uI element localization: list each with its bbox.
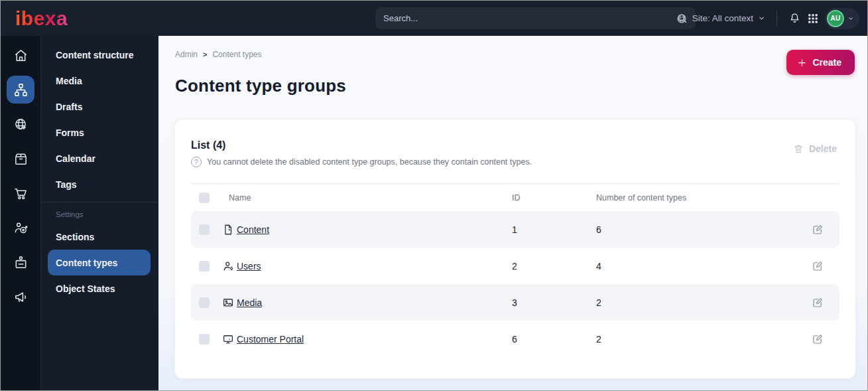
plus-icon (797, 58, 807, 68)
edit-button[interactable] (812, 224, 830, 236)
breadcrumb: Admin > Content types (175, 50, 262, 59)
create-button[interactable]: Create (786, 50, 855, 75)
customers-segment-icon[interactable] (7, 214, 34, 242)
breadcrumb-separator: > (203, 50, 207, 58)
edit-icon (812, 333, 824, 345)
delete-button-label: Delete (809, 143, 837, 154)
sidebar-item-sections[interactable]: Sections (41, 224, 158, 250)
image-icon (222, 297, 237, 309)
user-icon (222, 260, 237, 272)
column-header-id: ID (512, 193, 596, 202)
sidebar-item-tags[interactable]: Tags (41, 171, 158, 197)
marketing-megaphone-icon[interactable] (7, 283, 34, 311)
group-name-link[interactable]: Users (237, 261, 261, 272)
icon-rail (1, 36, 40, 390)
group-id: 1 (512, 224, 596, 235)
commerce-cart-icon[interactable] (7, 179, 34, 207)
trash-icon (793, 143, 804, 154)
sidebar-item-drafts[interactable]: Drafts (41, 94, 158, 119)
edit-button[interactable] (812, 297, 830, 309)
row-checkbox[interactable] (199, 297, 210, 308)
ibexa-logo[interactable]: ibexa (15, 9, 68, 29)
group-count: 6 (596, 224, 812, 235)
table-body: Content 1 6 (191, 211, 839, 357)
table-header: Name ID Number of content types (191, 183, 839, 211)
group-name-link[interactable]: Media (237, 297, 262, 308)
menu-section-settings: Settings (41, 204, 158, 224)
global-search[interactable] (375, 7, 696, 29)
site-icon[interactable] (7, 110, 34, 138)
sidebar-item-content-types[interactable]: Content types (48, 250, 151, 275)
group-name-link[interactable]: Content (237, 224, 269, 235)
group-count: 4 (596, 261, 812, 272)
page-title: Content type groups (175, 76, 346, 96)
edit-icon (812, 260, 824, 272)
notifications-bell-icon[interactable] (788, 12, 801, 25)
table-row: Media 3 2 (191, 284, 839, 321)
sidebar-item-object-states[interactable]: Object States (41, 275, 158, 301)
edit-icon (812, 224, 824, 236)
site-context-selector[interactable]: Site: All context (676, 13, 765, 25)
group-count: 2 (596, 334, 812, 345)
list-title: List (4) (191, 139, 839, 151)
sidebar-menu: Content structure Media Drafts Forms Cal… (40, 36, 158, 390)
user-menu[interactable]: AU (825, 8, 859, 29)
topbar-right: Site: All context AU (676, 1, 859, 36)
table-row: Customer Portal 6 2 (191, 321, 839, 357)
breadcrumb-admin[interactable]: Admin (175, 50, 198, 59)
monitor-icon (222, 333, 237, 345)
sidebar-item-media[interactable]: Media (41, 68, 158, 94)
list-info: You cannot delete the disabled content t… (191, 157, 839, 167)
globe-icon (676, 13, 688, 25)
sidebar-item-calendar[interactable]: Calendar (41, 145, 158, 171)
sidebar-item-content-structure[interactable]: Content structure (41, 42, 158, 68)
chevron-down-icon (847, 15, 854, 22)
app-switcher-grid-icon[interactable] (807, 13, 819, 25)
group-id: 6 (512, 334, 596, 345)
corporate-badge-icon[interactable] (7, 248, 34, 276)
create-button-label: Create (812, 57, 841, 68)
group-name-link[interactable]: Customer Portal (237, 334, 304, 345)
edit-icon (812, 297, 824, 309)
topbar: ibexa Site: All context (1, 1, 867, 36)
topbar-divider (776, 11, 777, 26)
search-input[interactable] (383, 13, 676, 23)
main-content: Admin > Content types Create Content typ… (158, 36, 867, 390)
table-row: Content 1 6 (191, 211, 839, 248)
row-checkbox[interactable] (199, 334, 210, 345)
column-header-name: Name (222, 193, 512, 202)
table-row: Users 2 4 (191, 248, 839, 284)
home-icon[interactable] (7, 41, 34, 69)
select-all-checkbox[interactable] (199, 193, 210, 203)
row-checkbox[interactable] (199, 261, 210, 272)
file-icon (222, 224, 237, 236)
product-catalog-icon[interactable] (7, 145, 34, 173)
breadcrumb-content-types: Content types (212, 50, 261, 59)
column-header-count: Number of content types (596, 193, 812, 202)
list-panel: List (4) You cannot delete the disabled … (174, 119, 856, 379)
group-id: 2 (512, 261, 596, 272)
group-id: 3 (512, 297, 596, 308)
row-checkbox[interactable] (199, 224, 210, 235)
site-context-label: Site: All context (692, 13, 753, 23)
sidebar-item-forms[interactable]: Forms (41, 119, 158, 145)
ibexa-admin-window: ibexa Site: All context (0, 0, 868, 391)
content-type-groups-table: Name ID Number of content types Content (191, 183, 839, 357)
content-structure-icon[interactable] (7, 76, 34, 104)
group-count: 2 (596, 297, 812, 308)
chevron-down-icon (758, 15, 765, 22)
avatar: AU (827, 10, 844, 27)
delete-button[interactable]: Delete (793, 143, 837, 154)
menu-divider (41, 202, 158, 202)
edit-button[interactable] (812, 260, 830, 272)
list-info-text: You cannot delete the disabled content t… (207, 157, 532, 167)
help-question-icon (191, 157, 202, 167)
edit-button[interactable] (812, 333, 830, 345)
